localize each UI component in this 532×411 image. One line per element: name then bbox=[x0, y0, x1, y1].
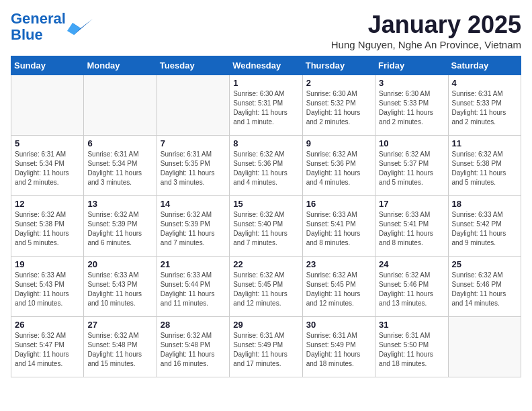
calendar-cell: 9Sunrise: 6:32 AMSunset: 5:36 PMDaylight… bbox=[302, 136, 375, 196]
day-number: 18 bbox=[452, 199, 517, 209]
day-info: Sunrise: 6:33 AMSunset: 5:43 PMDaylight:… bbox=[15, 271, 80, 308]
calendar-cell: 2Sunrise: 6:30 AMSunset: 5:32 PMDaylight… bbox=[302, 75, 375, 136]
day-number: 27 bbox=[87, 320, 152, 330]
header-tuesday: Tuesday bbox=[157, 56, 229, 75]
week-row-5: 26Sunrise: 6:32 AMSunset: 5:47 PMDayligh… bbox=[11, 317, 521, 377]
day-number: 29 bbox=[233, 320, 298, 330]
calendar-cell: 25Sunrise: 6:32 AMSunset: 5:46 PMDayligh… bbox=[448, 257, 521, 317]
day-number: 10 bbox=[379, 138, 444, 148]
calendar-cell: 10Sunrise: 6:32 AMSunset: 5:37 PMDayligh… bbox=[375, 136, 448, 196]
calendar-table: SundayMondayTuesdayWednesdayThursdayFrid… bbox=[11, 56, 521, 377]
month-title: January 2025 bbox=[331, 11, 521, 39]
calendar-cell bbox=[157, 75, 229, 136]
day-number: 31 bbox=[379, 320, 444, 330]
calendar-cell: 7Sunrise: 6:31 AMSunset: 5:35 PMDaylight… bbox=[157, 136, 229, 196]
day-info: Sunrise: 6:33 AMSunset: 5:41 PMDaylight:… bbox=[379, 210, 444, 248]
calendar-cell: 21Sunrise: 6:33 AMSunset: 5:44 PMDayligh… bbox=[157, 257, 229, 317]
day-number: 22 bbox=[233, 259, 298, 269]
calendar-cell: 14Sunrise: 6:32 AMSunset: 5:39 PMDayligh… bbox=[157, 196, 229, 257]
calendar-cell: 31Sunrise: 6:31 AMSunset: 5:50 PMDayligh… bbox=[375, 317, 448, 377]
day-number: 7 bbox=[161, 138, 226, 148]
calendar-cell: 27Sunrise: 6:32 AMSunset: 5:48 PMDayligh… bbox=[84, 317, 157, 377]
logo: GeneralBlue bbox=[11, 11, 93, 43]
calendar-cell: 18Sunrise: 6:33 AMSunset: 5:42 PMDayligh… bbox=[448, 196, 521, 257]
day-number: 8 bbox=[233, 138, 298, 148]
calendar-cell bbox=[84, 75, 157, 136]
week-row-2: 5Sunrise: 6:31 AMSunset: 5:34 PMDaylight… bbox=[11, 136, 521, 196]
day-info: Sunrise: 6:32 AMSunset: 5:48 PMDaylight:… bbox=[161, 331, 226, 369]
day-info: Sunrise: 6:31 AMSunset: 5:33 PMDaylight:… bbox=[452, 89, 517, 127]
day-info: Sunrise: 6:31 AMSunset: 5:49 PMDaylight:… bbox=[306, 331, 371, 369]
day-number: 28 bbox=[161, 320, 226, 330]
day-info: Sunrise: 6:32 AMSunset: 5:46 PMDaylight:… bbox=[452, 271, 517, 308]
week-row-1: 1Sunrise: 6:30 AMSunset: 5:31 PMDaylight… bbox=[11, 75, 521, 136]
calendar-cell: 28Sunrise: 6:32 AMSunset: 5:48 PMDayligh… bbox=[157, 317, 229, 377]
calendar-cell: 3Sunrise: 6:30 AMSunset: 5:33 PMDaylight… bbox=[375, 75, 448, 136]
calendar-cell bbox=[448, 317, 521, 377]
day-info: Sunrise: 6:30 AMSunset: 5:32 PMDaylight:… bbox=[306, 89, 371, 127]
header-wednesday: Wednesday bbox=[230, 56, 302, 75]
day-number: 6 bbox=[87, 138, 152, 148]
calendar-cell: 22Sunrise: 6:32 AMSunset: 5:45 PMDayligh… bbox=[230, 257, 302, 317]
day-info: Sunrise: 6:31 AMSunset: 5:49 PMDaylight:… bbox=[233, 331, 298, 369]
calendar-cell: 6Sunrise: 6:31 AMSunset: 5:34 PMDaylight… bbox=[84, 136, 157, 196]
calendar-cell: 1Sunrise: 6:30 AMSunset: 5:31 PMDaylight… bbox=[230, 75, 302, 136]
calendar-cell: 4Sunrise: 6:31 AMSunset: 5:33 PMDaylight… bbox=[448, 75, 521, 136]
day-info: Sunrise: 6:32 AMSunset: 5:48 PMDaylight:… bbox=[87, 331, 152, 369]
week-row-3: 12Sunrise: 6:32 AMSunset: 5:38 PMDayligh… bbox=[11, 196, 521, 257]
calendar-cell: 19Sunrise: 6:33 AMSunset: 5:43 PMDayligh… bbox=[11, 257, 84, 317]
day-number: 21 bbox=[161, 259, 226, 269]
day-number: 14 bbox=[161, 199, 226, 209]
day-info: Sunrise: 6:32 AMSunset: 5:39 PMDaylight:… bbox=[161, 210, 226, 248]
day-number: 4 bbox=[452, 78, 517, 88]
day-number: 24 bbox=[379, 259, 444, 269]
calendar-cell: 15Sunrise: 6:32 AMSunset: 5:40 PMDayligh… bbox=[230, 196, 302, 257]
day-number: 30 bbox=[306, 320, 371, 330]
day-info: Sunrise: 6:32 AMSunset: 5:37 PMDaylight:… bbox=[379, 150, 444, 187]
day-number: 23 bbox=[306, 259, 371, 269]
day-number: 12 bbox=[15, 199, 80, 209]
day-info: Sunrise: 6:32 AMSunset: 5:38 PMDaylight:… bbox=[452, 150, 517, 187]
day-info: Sunrise: 6:32 AMSunset: 5:46 PMDaylight:… bbox=[379, 271, 444, 308]
location: Hung Nguyen, Nghe An Province, Vietnam bbox=[331, 39, 521, 50]
day-number: 25 bbox=[452, 259, 517, 269]
calendar-cell: 5Sunrise: 6:31 AMSunset: 5:34 PMDaylight… bbox=[11, 136, 84, 196]
day-info: Sunrise: 6:31 AMSunset: 5:50 PMDaylight:… bbox=[379, 331, 444, 369]
calendar-cell: 13Sunrise: 6:32 AMSunset: 5:39 PMDayligh… bbox=[84, 196, 157, 257]
day-info: Sunrise: 6:31 AMSunset: 5:35 PMDaylight:… bbox=[161, 150, 226, 187]
day-info: Sunrise: 6:33 AMSunset: 5:42 PMDaylight:… bbox=[452, 210, 517, 248]
day-number: 26 bbox=[15, 320, 80, 330]
day-info: Sunrise: 6:32 AMSunset: 5:45 PMDaylight:… bbox=[233, 271, 298, 308]
day-info: Sunrise: 6:32 AMSunset: 5:47 PMDaylight:… bbox=[15, 331, 80, 369]
day-number: 16 bbox=[306, 199, 371, 209]
day-info: Sunrise: 6:30 AMSunset: 5:31 PMDaylight:… bbox=[233, 89, 298, 127]
day-info: Sunrise: 6:32 AMSunset: 5:40 PMDaylight:… bbox=[233, 210, 298, 248]
day-info: Sunrise: 6:32 AMSunset: 5:36 PMDaylight:… bbox=[233, 150, 298, 187]
logo-line1: General bbox=[11, 10, 66, 27]
day-number: 11 bbox=[452, 138, 517, 148]
day-info: Sunrise: 6:32 AMSunset: 5:36 PMDaylight:… bbox=[306, 150, 371, 187]
calendar-cell: 23Sunrise: 6:32 AMSunset: 5:45 PMDayligh… bbox=[302, 257, 375, 317]
logo-bird-icon bbox=[67, 16, 93, 38]
header-row: SundayMondayTuesdayWednesdayThursdayFrid… bbox=[11, 56, 521, 75]
day-number: 20 bbox=[87, 259, 152, 269]
day-info: Sunrise: 6:33 AMSunset: 5:41 PMDaylight:… bbox=[306, 210, 371, 248]
calendar-cell: 30Sunrise: 6:31 AMSunset: 5:49 PMDayligh… bbox=[302, 317, 375, 377]
day-number: 1 bbox=[233, 78, 298, 88]
header-saturday: Saturday bbox=[448, 56, 521, 75]
header-monday: Monday bbox=[84, 56, 157, 75]
calendar-cell: 16Sunrise: 6:33 AMSunset: 5:41 PMDayligh… bbox=[302, 196, 375, 257]
day-number: 9 bbox=[306, 138, 371, 148]
calendar-cell: 17Sunrise: 6:33 AMSunset: 5:41 PMDayligh… bbox=[375, 196, 448, 257]
day-info: Sunrise: 6:33 AMSunset: 5:44 PMDaylight:… bbox=[161, 271, 226, 308]
week-row-4: 19Sunrise: 6:33 AMSunset: 5:43 PMDayligh… bbox=[11, 257, 521, 317]
title-block: January 2025 Hung Nguyen, Nghe An Provin… bbox=[331, 11, 521, 50]
calendar-cell: 11Sunrise: 6:32 AMSunset: 5:38 PMDayligh… bbox=[448, 136, 521, 196]
calendar-cell bbox=[11, 75, 84, 136]
day-info: Sunrise: 6:32 AMSunset: 5:39 PMDaylight:… bbox=[87, 210, 152, 248]
day-info: Sunrise: 6:30 AMSunset: 5:33 PMDaylight:… bbox=[379, 89, 444, 127]
day-info: Sunrise: 6:32 AMSunset: 5:38 PMDaylight:… bbox=[15, 210, 80, 248]
day-number: 15 bbox=[233, 199, 298, 209]
calendar-cell: 26Sunrise: 6:32 AMSunset: 5:47 PMDayligh… bbox=[11, 317, 84, 377]
day-number: 2 bbox=[306, 78, 371, 88]
